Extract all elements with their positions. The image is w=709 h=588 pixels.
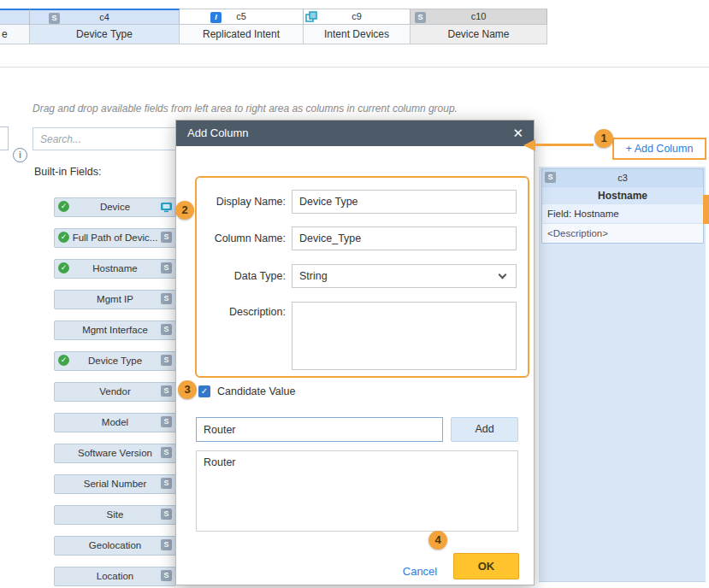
column-id: c9 (304, 9, 410, 24)
string-type-icon: S (161, 324, 172, 335)
field-label: Serial Number (84, 479, 147, 489)
description-label: Description: (185, 305, 286, 319)
data-type-value: String (299, 270, 328, 282)
horizontal-divider (0, 67, 709, 68)
annotation-arrow-line (535, 144, 594, 146)
check-icon: ✓ (201, 386, 208, 396)
field-label: Mgmt Interface (82, 325, 148, 335)
header-cell-c10-id[interactable]: S c10 (411, 9, 547, 25)
add-column-button[interactable]: + Add Column (612, 138, 706, 160)
field-item-full-path[interactable]: ✓ Full Path of Devic... S (54, 228, 176, 248)
column-card-id-row: S c3 (542, 169, 703, 186)
cancel-button[interactable]: Cancel (394, 559, 446, 585)
field-label: Mgmt IP (97, 294, 133, 304)
header-cell-device-type[interactable]: Device Type (30, 25, 180, 44)
check-icon: ✓ (58, 355, 69, 366)
string-type-icon: S (161, 509, 172, 520)
annotation-step-1: 1 (594, 129, 613, 148)
field-item-hostname[interactable]: ✓ Hostname S (54, 259, 176, 279)
field-item-geolocation[interactable]: Geolocation S (54, 536, 176, 556)
annotation-step-3: 3 (178, 380, 197, 399)
display-name-label: Display Name: (185, 190, 286, 214)
field-label: Model (102, 417, 128, 427)
field-item-serial-number[interactable]: Serial Number S (54, 474, 176, 494)
field-item-software-version[interactable]: Software Version S (54, 444, 176, 463)
display-name-input[interactable] (292, 190, 517, 214)
field-item-device-type[interactable]: ✓ Device Type S (54, 351, 176, 371)
string-type-icon: S (161, 293, 172, 304)
field-item-mgmt-ip[interactable]: Mgmt IP S (54, 290, 176, 309)
header-cell-replicated-intent[interactable]: Replicated Intent (180, 25, 304, 44)
candidate-value-input[interactable] (196, 417, 443, 442)
annotation-step-4: 4 (428, 531, 447, 550)
column-card-hostname[interactable]: S c3 Hostname Field: Hostname <Descripti… (541, 168, 704, 244)
field-item-vendor[interactable]: Vendor S (54, 382, 176, 402)
field-label: Location (97, 571, 133, 581)
field-label: Vendor (99, 386, 130, 397)
description-textarea[interactable] (292, 302, 517, 370)
built-in-fields-label: Built-in Fields: (34, 166, 102, 178)
app-screen: S c4 I c5 c9 S c10 e Device Type Replica… (0, 0, 709, 588)
field-label: Geolocation (89, 540, 141, 550)
string-type-icon: S (161, 355, 172, 366)
dialog-title: Add Column (187, 121, 249, 146)
field-item-device[interactable]: ✓ Device (54, 197, 176, 217)
field-label: Hostname (92, 263, 137, 273)
string-type-icon: S (545, 172, 556, 183)
column-card-field: Field: Hostname (542, 203, 703, 223)
cropped-left-input (0, 126, 9, 150)
header-cell-c4-id[interactable]: S c4 (30, 9, 180, 25)
candidate-value-checkbox[interactable]: ✓ (198, 385, 210, 397)
field-label: Full Path of Devic... (73, 232, 158, 243)
string-type-icon: S (161, 232, 172, 243)
field-item-model[interactable]: Model S (54, 413, 176, 432)
column-card-id: c3 (617, 173, 628, 183)
field-item-location[interactable]: Location S (54, 567, 176, 586)
close-icon[interactable]: ✕ (512, 121, 523, 146)
field-label: Device (100, 202, 130, 212)
check-icon: ✓ (58, 232, 69, 243)
field-label: Site (107, 509, 124, 520)
column-name-label: Column Name: (185, 226, 286, 250)
column-id: c4 (30, 10, 179, 24)
info-icon[interactable]: i (13, 148, 27, 162)
header-cell-c5-id[interactable]: I c5 (180, 9, 304, 25)
string-type-icon: S (161, 570, 172, 581)
column-id: c5 (180, 9, 303, 24)
device-icon (160, 201, 173, 220)
cropped-annotation-tab (703, 195, 709, 224)
candidate-list-item[interactable]: Router (197, 451, 517, 473)
string-type-icon: S (161, 262, 172, 273)
ok-button[interactable]: OK (453, 553, 519, 579)
string-type-icon: S (161, 539, 172, 550)
header-cell-c9-id[interactable]: c9 (304, 9, 411, 25)
candidate-value-list[interactable]: Router (196, 450, 518, 532)
field-label: Software Version (78, 448, 152, 458)
data-type-label: Data Type: (185, 264, 286, 288)
check-icon: ✓ (58, 262, 69, 273)
header-cell-intent-devices[interactable]: Intent Devices (304, 25, 411, 44)
search-input[interactable] (32, 127, 176, 150)
column-name-input[interactable] (292, 226, 517, 250)
string-type-icon: S (161, 385, 172, 397)
check-icon: ✓ (58, 201, 69, 212)
chevron-down-icon (499, 271, 507, 279)
drag-drop-instruction: Drag and drop available fields from left… (32, 103, 520, 115)
string-type-icon: S (161, 478, 172, 489)
column-card-description: <Description> (542, 223, 703, 243)
candidate-value-label: Candidate Value (217, 385, 296, 398)
column-card-title: Hostname (542, 186, 703, 203)
string-type-icon: S (161, 447, 172, 458)
field-item-site[interactable]: Site S (54, 505, 176, 525)
add-candidate-button[interactable]: Add (451, 417, 518, 442)
header-cell-device-name[interactable]: Device Name (411, 25, 547, 44)
built-in-fields-list: ✓ Device ✓ Full Path of Devic... S ✓ Hos… (54, 197, 176, 588)
data-type-select[interactable]: String (292, 264, 517, 288)
column-id: c10 (411, 9, 547, 24)
header-cell-partial-label[interactable]: e (0, 25, 30, 44)
header-cell-partial-id[interactable] (0, 9, 30, 25)
annotation-arrow-head (523, 139, 535, 151)
field-item-mgmt-interface[interactable]: Mgmt Interface S (54, 320, 176, 340)
string-type-icon: S (161, 416, 172, 427)
field-label: Device Type (88, 356, 142, 366)
